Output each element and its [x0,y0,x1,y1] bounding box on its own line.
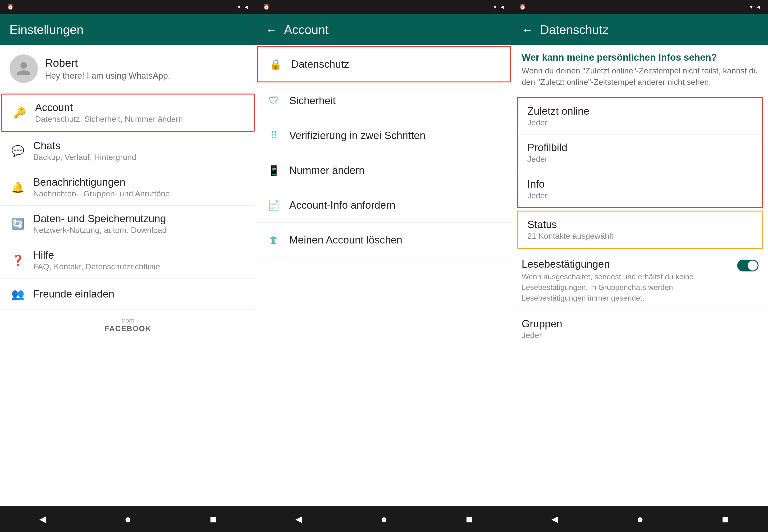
account-item-sicherheit[interactable]: 🛡 Sicherheit [256,83,512,118]
home-nav-btn-1[interactable]: ● [118,509,137,528]
account-text: Account Datenschutz, Sicherheit, Nummer … [35,102,183,124]
chats-title: Chats [33,140,136,152]
verifizierung-title: Verifizierung in zwei Schritten [289,130,426,141]
wifi-icon-3: ▼ [749,4,754,10]
privacy-group-red: Zuletzt online Jeder Profilbild Jeder In… [517,97,763,208]
back-nav-btn-1[interactable]: ◄ [33,509,52,528]
privacy-group-yellow: Status 21 Kontakte ausgewählt [517,211,763,249]
status-time-2: ⏰ [263,4,269,10]
data-subtitle: Netzwerk-Nutzung, autom. Download [33,225,167,235]
back-button-datenschutz[interactable]: ← [522,23,533,36]
back-button-account[interactable]: ← [265,23,277,36]
data-title: Daten- und Speichernutzung [33,213,167,225]
footer-from: from [0,317,256,324]
data-icon: 🔄 [9,216,26,232]
notifications-subtitle: Nachrichten-, Gruppen- und Anruftöne [33,189,170,198]
chats-subtitle: Backup, Verlauf, Hintergrund [33,153,136,162]
profile-status: Hey there! I am using WhatsApp. [45,71,170,81]
datenschutz-header-title: Datenschutz [540,23,609,37]
lesebestaetigung-row[interactable]: Lesebestätigungen Wenn ausgeschaltet, se… [512,251,768,311]
status-icons-2: ▼ ◄ [493,4,505,10]
status-time-3: ⏰ [519,4,526,10]
doc-icon: 📄 [265,197,282,213]
settings-item-help[interactable]: ❓ Hilfe FAQ, Kontakt, Datenschutzrichtli… [0,242,256,279]
account-item-verifizierung[interactable]: ⠿ Verifizierung in zwei Schritten [256,118,512,153]
appbar-einstellungen: Einstellungen [0,14,256,45]
status-value: 21 Kontakte ausgewählt [528,231,753,241]
bottom-nav: ◄ ● ■ ◄ ● ■ ◄ ● ■ [0,506,768,532]
trash-icon: 🗑 [265,232,282,248]
profile-name: Robert [45,57,170,69]
settings-item-chats[interactable]: 💬 Chats Backup, Verlauf, Hintergrund [0,133,256,169]
shield-icon: 🛡 [265,92,282,109]
profilbild-value: Jeder [528,154,753,164]
home-nav-btn-3[interactable]: ● [631,509,650,528]
lesebestaetigung-desc: Wenn ausgeschaltet, sendest und erhältst… [522,271,732,303]
settings-item-invite[interactable]: 👥 Freunde einladen [0,279,256,310]
home-nav-btn-2[interactable]: ● [374,509,394,528]
wifi-icon-1: ▼ [236,4,242,10]
privacy-item-info[interactable]: Info Jeder [518,171,762,207]
chats-text: Chats Backup, Verlauf, Hintergrund [33,140,136,162]
phone-icon: 📱 [265,162,282,179]
privacy-item-status[interactable]: Status 21 Kontakte ausgewählt [518,212,762,248]
settings-item-account[interactable]: 🔑 Account Datenschutz, Sicherheit, Numme… [1,94,255,132]
account-header-title: Account [284,23,328,37]
notifications-text: Benachrichtigungen Nachrichten-, Gruppen… [33,176,170,198]
gruppen-value: Jeder [522,331,759,340]
back-nav-btn-3[interactable]: ◄ [546,509,564,528]
account-item-datenschutz[interactable]: 🔒 Datenschutz [257,46,511,82]
help-icon: ❓ [9,252,26,269]
status-section-3: ⏰ ▼ ◄ [512,0,768,14]
privacy-item-gruppen[interactable]: Gruppen Jeder [512,311,768,347]
avatar-icon [15,60,32,77]
nummer-title: Nummer ändern [289,164,364,176]
status-time-1: ⏰ [7,4,14,10]
zuletzt-value: Jeder [528,118,753,127]
privacy-description: Wenn du deinen "Zuletzt online"-Zeitstem… [512,65,768,95]
appbar-account: ← Account [256,14,512,45]
privacy-item-zuletzt[interactable]: Zuletzt online Jeder [518,98,762,135]
footer-brand: FACEBOOK [0,324,256,333]
account-subtitle: Datenschutz, Sicherheit, Nummer ändern [35,114,183,124]
notifications-title: Benachrichtigungen [33,176,170,188]
square-nav-btn-1[interactable]: ■ [204,509,222,528]
status-section-1: ⏰ ▼ ◄ [0,0,256,14]
status-section-2: ⏰ ▼ ◄ [256,0,512,14]
invite-title: Freunde einladen [33,288,114,300]
data-text: Daten- und Speichernutzung Netzwerk-Nutz… [33,213,167,235]
account-item-loeschen[interactable]: 🗑 Meinen Account löschen [256,223,512,257]
settings-item-notifications[interactable]: 🔔 Benachrichtigungen Nachrichten-, Grupp… [0,169,256,206]
datenschutz-content: Wer kann meine persönlichen Infos sehen?… [512,45,768,506]
loeschen-title: Meinen Account löschen [289,234,402,246]
avatar [9,54,38,83]
accountinfo-title: Account-Info anfordern [289,199,396,211]
bell-icon: 🔔 [9,179,26,196]
panel-einstellungen: Einstellungen Robert Hey there! I am usi… [0,14,256,506]
zuletzt-title: Zuletzt online [528,105,753,117]
account-item-info[interactable]: 📄 Account-Info anfordern [256,188,512,223]
invite-icon: 👥 [9,286,26,302]
status-icons-1: ▼ ◄ [236,4,249,10]
signal-icon-2: ◄ [500,4,505,10]
square-nav-btn-3[interactable]: ■ [716,509,735,528]
account-item-nummer[interactable]: 📱 Nummer ändern [256,153,512,188]
square-nav-btn-2[interactable]: ■ [460,509,479,528]
appbar-datenschutz: ← Datenschutz [512,14,768,45]
bottom-nav-3: ◄ ● ■ [512,506,768,532]
einstellungen-title: Einstellungen [9,23,83,37]
back-nav-btn-2[interactable]: ◄ [289,509,308,528]
status-bar: ⏰ ▼ ◄ ⏰ ▼ ◄ ⏰ ▼ ◄ [0,0,768,14]
profilbild-title: Profilbild [528,142,753,153]
status-icons-3: ▼ ◄ [749,4,761,10]
account-title: Account [35,102,183,113]
lesebestaetigung-text: Lesebestätigungen Wenn ausgeschaltet, se… [522,258,732,303]
lesebestaetigung-toggle[interactable] [737,260,759,271]
datenschutz-title: Datenschutz [291,58,349,70]
settings-item-data[interactable]: 🔄 Daten- und Speichernutzung Netzwerk-Nu… [0,206,256,242]
bottom-nav-1: ◄ ● ■ [0,506,256,532]
panels-container: Einstellungen Robert Hey there! I am usi… [0,14,768,506]
privacy-item-profilbild[interactable]: Profilbild Jeder [518,135,762,171]
profile-section[interactable]: Robert Hey there! I am using WhatsApp. [0,45,256,93]
info-value: Jeder [528,191,753,200]
